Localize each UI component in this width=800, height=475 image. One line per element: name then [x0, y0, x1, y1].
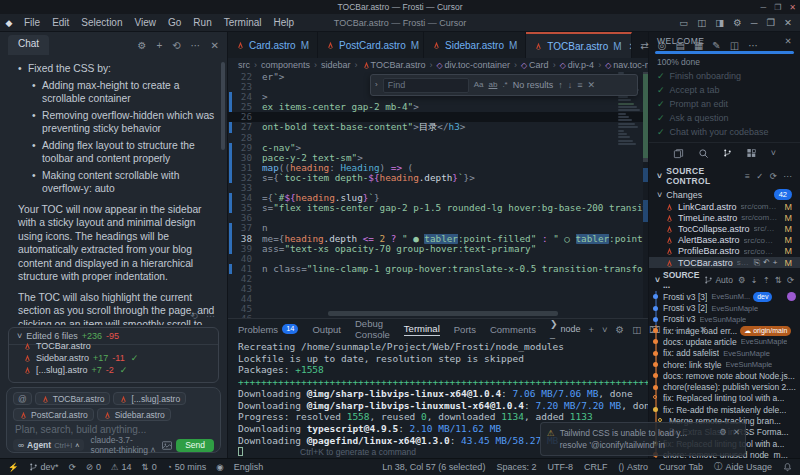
menu-terminal[interactable]: Terminal: [218, 17, 268, 28]
gear-icon[interactable]: ⚙: [616, 324, 625, 335]
find-input[interactable]: [383, 78, 469, 93]
code-line[interactable]: 44: [228, 294, 648, 304]
chevron-down-icon[interactable]: ˅: [602, 324, 608, 335]
source-control-icon[interactable]: [723, 148, 732, 159]
retry-icon[interactable]: ⟲: [190, 310, 198, 324]
code-line[interactable]: 38me={heading.depth <= 2 ? " ● tabler:po…: [228, 234, 648, 244]
close-panel-icon[interactable]: ✕: [699, 324, 707, 335]
context-chip[interactable]: PostCard.astro: [13, 408, 94, 421]
search-icon[interactable]: [698, 148, 709, 159]
status-item-14[interactable]: ⚠14: [111, 462, 132, 472]
minimize-icon[interactable]: ─: [760, 3, 766, 12]
scm-graph-header[interactable]: ˅ SOURCE ... Auto⚙⇣⇡⇅⟳: [649, 268, 800, 291]
code-line[interactable]: 35s="flex items-center gap-2 p-1.5 round…: [228, 203, 648, 213]
panel-tab-output[interactable]: Output: [312, 324, 341, 335]
changed-file-row[interactable]: TimeLine.astrosrc/componen...M: [649, 212, 800, 223]
settings-gear-icon[interactable]: ⚙: [733, 17, 742, 28]
chevron-down-icon[interactable]: ˅: [771, 148, 776, 159]
menu-help[interactable]: Help: [268, 17, 301, 28]
code-line[interactable]: 41n class="line-clamp-1 group-hover:tran…: [228, 264, 648, 274]
code-line[interactable]: 39ass="text-xs opacity-70 group-hover:te…: [228, 244, 648, 254]
code-line[interactable]: 37n: [228, 223, 648, 233]
send-button[interactable]: Send: [176, 439, 214, 452]
minimap[interactable]: [618, 72, 642, 318]
layout-panel-icon[interactable]: ◫: [697, 17, 706, 28]
menu-selection[interactable]: Selection: [75, 17, 128, 28]
notebook-icon[interactable]: ▦: [694, 40, 703, 51]
more-icon[interactable]: ⋯: [668, 324, 678, 335]
refresh-icon[interactable]: ⟳: [787, 275, 794, 285]
split-terminal-icon[interactable]: ◫: [632, 324, 641, 335]
status-item-utf-8[interactable]: UTF-8: [547, 462, 573, 472]
view-as-list-icon[interactable]: ≡: [745, 171, 750, 181]
auto-fetch-toggle[interactable]: Auto: [704, 275, 733, 285]
tab-sidebar-astro[interactable]: Sidebar.astroM: [424, 32, 526, 58]
discard-changes-icon[interactable]: ↶: [763, 258, 770, 268]
breadcrumb-item[interactable]: ◇nav.toc-nav: [605, 60, 648, 70]
status-item-crlf[interactable]: CRLF: [584, 462, 608, 472]
regex-icon[interactable]: .*: [502, 80, 507, 90]
explorer-icon[interactable]: [673, 148, 684, 159]
code-line[interactable]: 42: [228, 274, 648, 284]
commit-row[interactable]: chore(release): publish version 2....: [649, 382, 800, 393]
edited-file-row[interactable]: TOCBar.astro: [9, 340, 218, 352]
code-line[interactable]: 30pace-y-2 text-sm">: [228, 153, 648, 163]
status-item-dev-[interactable]: dev*: [29, 462, 59, 472]
menu-file[interactable]: File: [18, 17, 46, 28]
menu-view[interactable]: View: [129, 17, 163, 28]
pull-icon[interactable]: ⇣: [751, 275, 758, 285]
horizontal-scrollbar[interactable]: [328, 311, 558, 316]
status-item-aide-usage[interactable]: ⓘAide Usage: [714, 461, 772, 473]
close-icon[interactable]: ✕: [733, 426, 740, 438]
commit-row[interactable]: fix: Replaced linting tool with a...: [649, 393, 800, 404]
changed-file-row[interactable]: LinkCard.astrosrc/componen...M: [649, 201, 800, 212]
code-line[interactable]: 28: [228, 133, 648, 143]
find-prev-icon[interactable]: ↑: [558, 80, 563, 90]
panel-tab-debug-console[interactable]: Debug Console: [355, 318, 390, 340]
code-line[interactable]: 31map((heading: Heading) => (: [228, 163, 648, 173]
panel-tab-problems[interactable]: Problems14: [238, 324, 298, 335]
restore-icon[interactable]: ❐: [774, 3, 781, 12]
status-item-0[interactable]: ⇅0: [142, 462, 157, 472]
find-in-selection-icon[interactable]: ≡: [577, 80, 582, 90]
status-item-cursor-tab[interactable]: Cursor Tab: [659, 462, 703, 472]
agent-mode-selector[interactable]: ∞ Agent Ctrl+I ˄: [13, 439, 84, 451]
more-actions-icon[interactable]: ⋯: [783, 171, 792, 181]
chat-input[interactable]: Plan, search, build anything...: [13, 421, 214, 435]
find-next-icon[interactable]: ↓: [568, 80, 573, 90]
breadcrumb-item[interactable]: ◇div.p-4: [560, 60, 595, 70]
code-line[interactable]: 29c-nav">: [228, 143, 648, 153]
more-icon[interactable]: ⋯: [191, 40, 201, 51]
changes-header[interactable]: ˅ Changes 42: [649, 188, 800, 201]
stage-changes-icon[interactable]: +: [773, 258, 778, 268]
panel-tab-comments[interactable]: Comments: [490, 324, 536, 335]
toggle-replace-icon[interactable]: ›: [375, 80, 378, 90]
split-editor-icon[interactable]: ◫: [730, 40, 739, 51]
tab-chat[interactable]: Chat: [8, 35, 49, 55]
breadcrumb-item[interactable]: ◇div.toc-container: [436, 60, 510, 70]
refresh-icon[interactable]: ⟳: [770, 171, 777, 181]
status-item-english[interactable]: English: [234, 462, 264, 472]
context-chip[interactable]: Sidebar.astro: [97, 408, 171, 421]
close-icon[interactable]: ✕: [789, 3, 796, 12]
chat-scrollbar[interactable]: [221, 62, 225, 150]
breadcrumb-item[interactable]: ◇Card: [521, 60, 549, 70]
menu-run[interactable]: Run: [187, 17, 217, 28]
code-line[interactable]: 27ont-bold text-base-content">目录</h3>: [228, 122, 648, 132]
outline-icon[interactable]: ▤: [675, 40, 684, 51]
commit-row[interactable]: docs: remove note about Node.js...: [649, 370, 800, 381]
commit-row[interactable]: fix: Re-add the mistakenly dele...: [649, 404, 800, 415]
code-line[interactable]: 36: [228, 213, 648, 223]
notification-toast[interactable]: ⚠ Tailwind CSS is unable to load y... re…: [540, 422, 746, 456]
more-icon[interactable]: ⋯: [206, 310, 215, 324]
eye-off-icon[interactable]: ◎: [658, 40, 667, 51]
menu-edit[interactable]: Edit: [46, 17, 75, 28]
menu-go[interactable]: Go: [162, 17, 187, 28]
commit-row[interactable]: Frosti v3 [3]EveSunM...dev: [649, 291, 800, 302]
compare-changes-icon[interactable]: ⇄: [640, 40, 648, 51]
commit-icon[interactable]: ✓: [756, 171, 763, 181]
fetch-icon[interactable]: ⇅: [775, 275, 782, 285]
match-case-icon[interactable]: Aa: [474, 80, 484, 90]
status-item-0[interactable]: ⊘0: [86, 462, 101, 472]
commit-row[interactable]: fix: add safelistEveSunMaple: [649, 348, 800, 359]
